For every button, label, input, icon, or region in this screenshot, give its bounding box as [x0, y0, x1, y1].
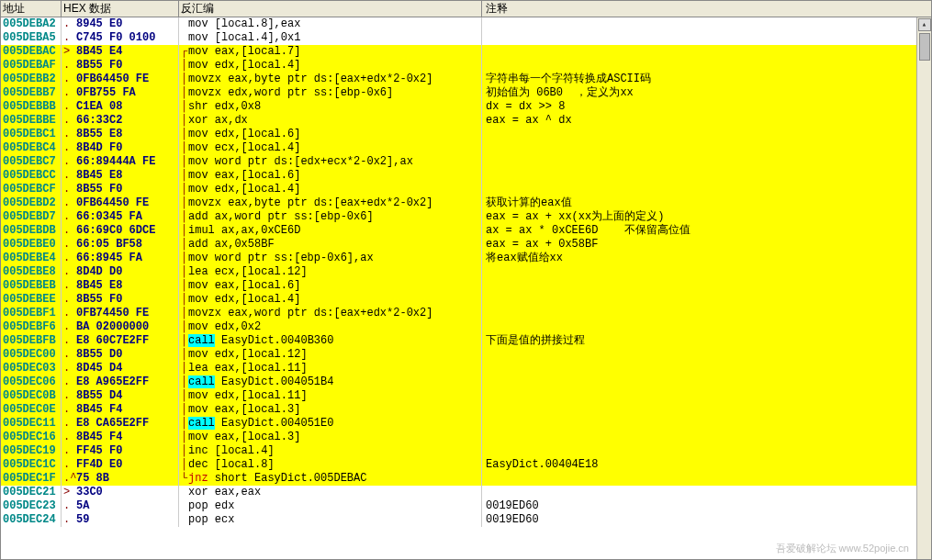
address-cell[interactable]: 005DEBDB	[1, 224, 62, 238]
hex-cell[interactable]: .8B45 F4	[62, 431, 179, 444]
address-cell[interactable]: 005DEBC7	[1, 155, 62, 169]
disasm-row[interactable]: 005DEC11.E8 CA65E2FF│call EasyDict.00405…	[1, 417, 931, 431]
hex-cell[interactable]: .5A	[62, 499, 179, 513]
address-cell[interactable]: 005DEBBE	[1, 114, 62, 128]
hex-cell[interactable]: .FF45 F0	[62, 444, 179, 458]
comment-cell[interactable]: eax = ax + xx(xx为上面的定义)	[482, 210, 931, 224]
hex-cell[interactable]: .0FB64450 FE	[62, 196, 179, 210]
address-cell[interactable]: 005DEC23	[1, 499, 62, 513]
hex-cell[interactable]: >8B45 E4	[62, 45, 179, 59]
disasm-row[interactable]: 005DEBD2.0FB64450 FE│movzx eax,byte ptr …	[1, 196, 931, 210]
address-cell[interactable]: 005DEBB7	[1, 86, 62, 100]
comment-cell[interactable]: 初始值为 06B0 ，定义为xx	[482, 86, 931, 100]
comment-cell[interactable]: 获取计算的eax值	[482, 196, 931, 210]
disasm-row[interactable]: 005DEC0E.8B45 F4│mov eax,[local.3]	[1, 403, 931, 417]
header-hex[interactable]: HEX 数据	[62, 1, 179, 17]
hex-cell[interactable]: .8945 E0	[62, 17, 179, 31]
address-cell[interactable]: 005DEC16	[1, 431, 62, 444]
disasm-row[interactable]: 005DEBF1.0FB74450 FE│movzx eax,word ptr …	[1, 307, 931, 320]
address-cell[interactable]: 005DEBF1	[1, 307, 62, 320]
hex-cell[interactable]: .8B55 F0	[62, 59, 179, 73]
address-cell[interactable]: 005DEC24	[1, 513, 62, 527]
address-cell[interactable]: 005DEBFB	[1, 334, 62, 348]
comment-cell[interactable]	[482, 486, 931, 499]
disasm-cell[interactable]: │mov eax,[local.6]	[179, 279, 482, 293]
hex-cell[interactable]: .0FB74450 FE	[62, 307, 179, 320]
address-cell[interactable]: 005DEC06	[1, 375, 62, 389]
comment-cell[interactable]	[482, 31, 931, 45]
comment-cell[interactable]	[482, 155, 931, 169]
disasm-cell[interactable]: │mov eax,[local.6]	[179, 169, 482, 183]
address-cell[interactable]: 005DEC19	[1, 444, 62, 458]
hex-cell[interactable]: .8B55 D4	[62, 389, 179, 403]
disasm-row[interactable]: 005DEC16.8B45 F4│mov eax,[local.3]	[1, 431, 931, 444]
address-cell[interactable]: 005DEBAF	[1, 59, 62, 73]
comment-cell[interactable]	[482, 444, 931, 458]
hex-cell[interactable]: .8D4D D0	[62, 265, 179, 279]
address-cell[interactable]: 005DEBD7	[1, 210, 62, 224]
disasm-cell[interactable]: │add ax,0x58BF	[179, 238, 482, 252]
hex-cell[interactable]: .E8 A965E2FF	[62, 375, 179, 389]
disasm-cell[interactable]: │call EasyDict.004051B4	[179, 375, 482, 389]
hex-cell[interactable]: .8B45 E8	[62, 169, 179, 183]
address-cell[interactable]: 005DEC00	[1, 348, 62, 362]
disasm-row[interactable]: 005DEC00.8B55 D0│mov edx,[local.12]	[1, 348, 931, 362]
hex-cell[interactable]: .E8 CA65E2FF	[62, 417, 179, 431]
hex-cell[interactable]: .8B4D F0	[62, 141, 179, 155]
address-cell[interactable]: 005DEC0B	[1, 389, 62, 403]
disasm-row[interactable]: 005DEBDB.66:69C0 6DCE│imul ax,ax,0xCE6Da…	[1, 224, 931, 238]
hex-cell[interactable]: .66:33C2	[62, 114, 179, 128]
disasm-row[interactable]: 005DEC23.5A pop edx0019ED60	[1, 499, 931, 513]
comment-cell[interactable]	[482, 389, 931, 403]
address-cell[interactable]: 005DEC0E	[1, 403, 62, 417]
address-cell[interactable]: 005DEBA5	[1, 31, 62, 45]
disasm-cell[interactable]: │lea eax,[local.11]	[179, 362, 482, 375]
disasm-row[interactable]: 005DEBC4.8B4D F0│mov ecx,[local.4]	[1, 141, 931, 155]
hex-cell[interactable]: .66:89444A FE	[62, 155, 179, 169]
comment-cell[interactable]	[482, 59, 931, 73]
hex-cell[interactable]: .8B55 E8	[62, 128, 179, 141]
hex-cell[interactable]: .E8 60C7E2FF	[62, 334, 179, 348]
disasm-cell[interactable]: │mov word ptr ss:[ebp-0x6],ax	[179, 252, 482, 265]
hex-cell[interactable]: .C1EA 08	[62, 100, 179, 114]
disasm-cell[interactable]: │add ax,word ptr ss:[ebp-0x6]	[179, 210, 482, 224]
disasm-cell[interactable]: │mov edx,[local.6]	[179, 128, 482, 141]
address-cell[interactable]: 005DEBAC	[1, 45, 62, 59]
hex-cell[interactable]: .8B55 F0	[62, 183, 179, 196]
address-cell[interactable]: 005DEC03	[1, 362, 62, 375]
comment-cell[interactable]: 将eax赋值给xx	[482, 252, 931, 265]
comment-cell[interactable]: 0019ED60	[482, 513, 931, 527]
disasm-row[interactable]: 005DEBD7.66:0345 FA│add ax,word ptr ss:[…	[1, 210, 931, 224]
disasm-cell[interactable]: │movzx edx,word ptr ss:[ebp-0x6]	[179, 86, 482, 100]
comment-cell[interactable]	[482, 431, 931, 444]
comment-cell[interactable]	[482, 403, 931, 417]
disasm-row[interactable]: 005DEBC7.66:89444A FE│mov word ptr ds:[e…	[1, 155, 931, 169]
disasm-row[interactable]: 005DEC24.59 pop ecx0019ED60	[1, 513, 931, 527]
address-cell[interactable]: 005DEBE8	[1, 265, 62, 279]
disasm-cell[interactable]: │mov ecx,[local.4]	[179, 141, 482, 155]
address-cell[interactable]: 005DEBEB	[1, 279, 62, 293]
disassembly-listing[interactable]: 005DEBA2.8945 E0 mov [local.8],eax005DEB…	[1, 17, 931, 527]
disasm-row[interactable]: 005DEBB7.0FB755 FA│movzx edx,word ptr ss…	[1, 86, 931, 100]
hex-cell[interactable]: .0FB64450 FE	[62, 73, 179, 86]
hex-cell[interactable]: .^75 8B	[62, 472, 179, 486]
disasm-row[interactable]: 005DEC0B.8B55 D4│mov edx,[local.11]	[1, 389, 931, 403]
comment-cell[interactable]	[482, 128, 931, 141]
disasm-cell[interactable]: │imul ax,ax,0xCE6D	[179, 224, 482, 238]
disasm-cell[interactable]: │inc [local.4]	[179, 444, 482, 458]
disasm-cell[interactable]: │movzx eax,word ptr ds:[eax+edx*2-0x2]	[179, 307, 482, 320]
disasm-row[interactable]: 005DEC1F.^75 8B└jnz short EasyDict.005DE…	[1, 472, 931, 486]
disasm-row[interactable]: 005DEBF6.BA 02000000│mov edx,0x2	[1, 320, 931, 334]
disasm-cell[interactable]: │mov edx,[local.11]	[179, 389, 482, 403]
comment-cell[interactable]	[482, 348, 931, 362]
disasm-cell[interactable]: │mov edx,[local.12]	[179, 348, 482, 362]
disasm-row[interactable]: 005DEBC1.8B55 E8│mov edx,[local.6]	[1, 128, 931, 141]
disasm-cell[interactable]: ┌mov eax,[local.7]	[179, 45, 482, 59]
disasm-cell[interactable]: xor eax,eax	[179, 486, 482, 499]
hex-cell[interactable]: .8D45 D4	[62, 362, 179, 375]
disasm-cell[interactable]: └jnz short EasyDict.005DEBAC	[179, 472, 482, 486]
disasm-cell[interactable]: │xor ax,dx	[179, 114, 482, 128]
disasm-row[interactable]: 005DEBCC.8B45 E8│mov eax,[local.6]	[1, 169, 931, 183]
disasm-row[interactable]: 005DEBBB.C1EA 08│shr edx,0x8dx = dx >> 8	[1, 100, 931, 114]
comment-cell[interactable]: 0019ED60	[482, 499, 931, 513]
